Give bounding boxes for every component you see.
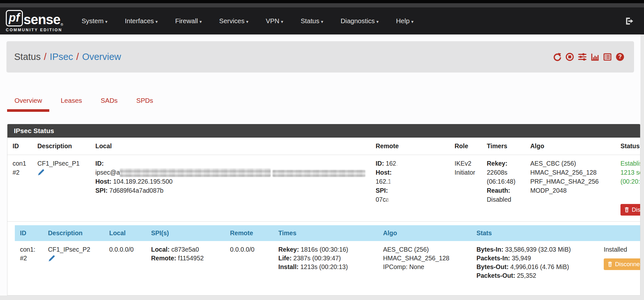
status-text: Established xyxy=(620,159,640,168)
cell-description: CF1_IPsec_P1 xyxy=(32,155,90,222)
logo-edition-text: COMMUNITY EDITION xyxy=(6,28,63,32)
status-text: (00:20:13) xyxy=(620,177,640,186)
page-action-icons: ? xyxy=(553,53,634,61)
tab-leases[interactable]: Leases xyxy=(53,92,89,112)
cell-status: Installed Disconnect xyxy=(599,241,640,284)
log-list-icon[interactable] xyxy=(603,53,612,61)
menu-item-help[interactable]: Help▾ xyxy=(387,17,422,25)
chevron-down-icon: ▾ xyxy=(105,19,108,24)
menu-item-system[interactable]: System▾ xyxy=(73,17,116,25)
cell-id: con1 #2 xyxy=(7,155,32,222)
col-role: Role xyxy=(449,138,482,155)
trash-icon xyxy=(624,207,629,212)
cell-local: 0.0.0.0/0 xyxy=(104,241,146,284)
tab-spds[interactable]: SPDs xyxy=(129,92,160,112)
sliders-icon[interactable] xyxy=(578,53,587,61)
col-local: Local xyxy=(90,138,370,155)
top-edge-strip xyxy=(0,0,644,3)
breadcrumb-separator: / xyxy=(73,52,82,62)
child-sa-section: ID Description Local SPI(s) Remote Times… xyxy=(15,225,640,284)
secondary-top-strip xyxy=(0,3,644,7)
breadcrumb-link-ipsec[interactable]: IPsec xyxy=(50,52,73,62)
col-remote: Remote xyxy=(225,225,273,241)
logo-pf-badge: pf xyxy=(6,10,23,26)
logo-sense-text: sense xyxy=(24,13,60,26)
cell-spis: Local: c873e5a0 Remote: f1154952 xyxy=(146,241,225,284)
table-header-row: ID Description Local Remote Role Timers … xyxy=(7,138,640,155)
col-description: Description xyxy=(43,225,104,241)
cell-algo: AES_CBC (256) HMAC_SHA2_256_128 IPComp: … xyxy=(378,241,471,284)
table-row: con1: #2 CF1_IPsec_P2 0.0.0.0/0 xyxy=(15,241,640,284)
cell-times: Rekey: 1816s (00:30:16) Life: 2387s (00:… xyxy=(273,241,378,284)
col-remote: Remote xyxy=(370,138,449,155)
menu-item-status[interactable]: Status▾ xyxy=(292,17,332,25)
col-id: ID xyxy=(15,225,43,241)
redacted-value xyxy=(391,178,433,186)
breadcrumb: Status/IPsec/Overview xyxy=(6,52,121,62)
ike-sa-table: ID Description Local Remote Role Timers … xyxy=(7,138,640,222)
col-algo: Algo xyxy=(525,138,615,155)
disconnect-button[interactable]: Disconnect xyxy=(620,204,640,216)
breadcrumb-link-overview[interactable]: Overview xyxy=(82,52,121,62)
cell-stats: Bytes-In: 33,586,939 (32.03 MiB) Packets… xyxy=(471,241,599,284)
chevron-down-icon: ▾ xyxy=(156,19,158,24)
col-times: Times xyxy=(273,225,378,241)
edit-icon[interactable] xyxy=(48,255,55,262)
refresh-icon[interactable] xyxy=(553,53,562,61)
stop-icon[interactable] xyxy=(565,53,574,61)
chevron-down-icon: ▾ xyxy=(246,19,248,24)
edit-icon[interactable] xyxy=(37,169,44,176)
table-row: con1 #2 CF1_IPsec_P1 ID: ipsec@a xyxy=(7,155,640,222)
panel-title: IPsec Status xyxy=(7,124,640,138)
col-local: Local xyxy=(104,225,146,241)
col-id: ID xyxy=(7,138,32,155)
menu-item-diagnostics[interactable]: Diagnostics▾ xyxy=(332,17,387,25)
bar-chart-icon[interactable] xyxy=(591,53,599,61)
registered-mark: ® xyxy=(61,23,63,26)
col-spis: SPI(s) xyxy=(146,225,225,241)
redacted-value xyxy=(120,169,271,177)
logout-icon[interactable] xyxy=(625,17,634,25)
cell-timers: Rekey: 22608s (06:16:48) Reauth: Disable… xyxy=(482,155,525,222)
cell-status: Established 1213 seconds (00:20:13) Disc… xyxy=(615,155,640,222)
status-text: 1213 seconds xyxy=(620,168,640,177)
main-menu: System▾ Interfaces▾ Firewall▾ Services▾ … xyxy=(73,17,422,25)
trash-icon xyxy=(608,262,612,267)
cell-description: CF1_IPsec_P2 xyxy=(43,241,104,284)
help-icon[interactable]: ? xyxy=(616,53,624,61)
chevron-down-icon: ▾ xyxy=(199,19,202,24)
col-algo: Algo xyxy=(378,225,471,241)
redacted-value xyxy=(389,196,436,204)
col-actions xyxy=(599,225,640,241)
ipsec-status-panel: IPsec Status ID Description Local Remote… xyxy=(7,124,640,295)
chevron-down-icon: ▾ xyxy=(281,19,283,24)
pfsense-logo[interactable]: pfsense® COMMUNITY EDITION xyxy=(6,10,63,32)
menu-item-interfaces[interactable]: Interfaces▾ xyxy=(116,17,167,25)
chevron-down-icon: ▾ xyxy=(411,19,413,24)
disconnect-button[interactable]: Disconnect xyxy=(604,258,640,270)
cell-id: con1: #2 xyxy=(15,241,43,284)
chevron-down-icon: ▾ xyxy=(376,19,379,24)
menu-item-firewall[interactable]: Firewall▾ xyxy=(167,17,211,25)
cell-remote: 0.0.0.0/0 xyxy=(225,241,273,284)
col-timers: Timers xyxy=(482,138,525,155)
chevron-down-icon: ▾ xyxy=(321,19,323,24)
child-table-header-row: ID Description Local SPI(s) Remote Times… xyxy=(15,225,640,241)
menu-item-services[interactable]: Services▾ xyxy=(210,17,257,25)
breadcrumb-section: Status xyxy=(14,52,41,62)
cell-remote: ID: 162. Host: 162.1 SPI: 07ca xyxy=(370,155,449,222)
cell-local: ID: ipsec@a Host: 104.189.226.195:500 SP… xyxy=(90,155,370,222)
redacted-value xyxy=(398,160,434,168)
pfsense-app: pfsense® COMMUNITY EDITION System▾ Inter… xyxy=(0,0,644,300)
col-description: Description xyxy=(32,138,90,155)
breadcrumb-bar: Status/IPsec/Overview ? xyxy=(6,41,634,73)
cell-role: IKEv2 Initiator xyxy=(449,155,482,222)
tab-overview[interactable]: Overview xyxy=(7,92,49,112)
col-stats: Stats xyxy=(471,225,599,241)
col-status: Status xyxy=(615,138,640,155)
top-navbar: pfsense® COMMUNITY EDITION System▾ Inter… xyxy=(0,7,644,34)
menu-item-vpn[interactable]: VPN▾ xyxy=(257,17,292,25)
svg-text:?: ? xyxy=(618,53,622,60)
cell-algo: AES_CBC (256) HMAC_SHA2_256_128 PRF_HMAC… xyxy=(525,155,615,222)
tab-sads[interactable]: SADs xyxy=(93,92,125,112)
